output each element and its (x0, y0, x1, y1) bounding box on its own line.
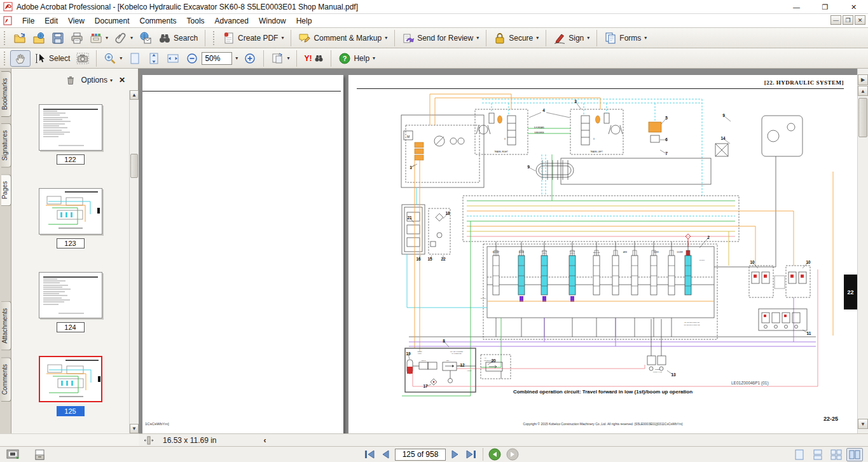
page-thumbnail-label-123[interactable]: 123 (57, 238, 85, 248)
scrollbar-thumb[interactable] (858, 98, 867, 137)
schematic-callout-2: 2 (707, 235, 710, 240)
single-page-button[interactable] (791, 448, 808, 461)
secure-button[interactable]: Secure▾ (490, 30, 542, 46)
page-number-field[interactable] (395, 449, 446, 461)
mdi-close-button[interactable]: ✕ (855, 15, 865, 25)
fit-height-button[interactable] (144, 50, 163, 67)
sidebar-tab-attachments[interactable]: Attachments (1, 301, 11, 351)
first-page-button[interactable] (363, 449, 376, 459)
menu-tools[interactable]: Tools (182, 15, 210, 27)
send-for-review-button[interactable]: Send for Review▾ (399, 30, 482, 46)
menu-document[interactable]: Document (90, 15, 135, 27)
next-view-button[interactable] (506, 448, 519, 461)
sidebar-tab-signatures[interactable]: Signatures (1, 123, 11, 168)
panel-scrollbar-thumb[interactable] (130, 154, 138, 178)
pane-expand-button[interactable]: ▶ (858, 74, 868, 85)
search-button[interactable]: Search (155, 30, 201, 46)
save-button[interactable] (48, 30, 67, 46)
continuous-page-button[interactable] (809, 448, 826, 461)
schematic-label: N REVERSE (535, 132, 544, 134)
pdf-page-icon (3, 16, 12, 25)
email-button[interactable] (136, 30, 155, 46)
facing-pages-button[interactable] (828, 448, 844, 461)
lock-icon (493, 32, 506, 44)
pane-splitter-icon[interactable] (144, 436, 154, 445)
comment-markup-button[interactable]: Comment & Markup▾ (295, 30, 390, 46)
facing-pages-icon (830, 449, 842, 460)
menu-view[interactable]: View (63, 15, 90, 27)
menu-edit[interactable]: Edit (39, 15, 63, 27)
page-thumbnail-123[interactable] (39, 188, 102, 234)
select-cursor-icon (34, 52, 46, 65)
previous-page-button[interactable] (381, 449, 390, 459)
next-page-button[interactable] (451, 449, 460, 459)
page-thumbnail-125[interactable] (39, 356, 102, 402)
collapse-left-icon[interactable]: ‹ (264, 436, 266, 445)
page-thumbnail-label-125[interactable]: 125 (57, 406, 85, 416)
options-menu-button[interactable]: Options▾ (81, 76, 113, 85)
zoom-tool-button[interactable]: ▾ (100, 50, 125, 67)
page-thumbnail-label-122[interactable]: 122 (57, 154, 85, 165)
zoom-in-button[interactable] (240, 50, 259, 67)
close-button[interactable]: ✕ (839, 0, 868, 14)
sign-button[interactable]: Sign▾ (550, 30, 593, 46)
hand-tool-button[interactable] (10, 50, 31, 67)
snapshot-button[interactable] (73, 50, 92, 67)
panel-scroll-down-button[interactable]: ▼ (130, 424, 139, 433)
continuous-facing-button[interactable] (846, 448, 863, 461)
document-scrollbar[interactable]: ▶ ▲ ▼ (857, 69, 868, 433)
mdi-minimize-button[interactable]: — (830, 15, 841, 25)
panel-scroll-up-button[interactable]: ▲ (130, 90, 139, 100)
page-drawer-icon[interactable] (34, 449, 45, 460)
pages-panel: Options▾ ✕ 122123124125 ▲ ▼ (11, 69, 139, 433)
panel-close-icon[interactable]: ✕ (119, 76, 125, 85)
fit-page-button[interactable] (125, 50, 144, 67)
scroll-up-button[interactable]: ▲ (858, 86, 868, 96)
zoom-dropdown-button[interactable]: ▾ (232, 52, 240, 65)
schematic-label: LEVER (417, 351, 422, 352)
menu-advanced[interactable]: Advanced (210, 15, 254, 27)
schematic-label: TRAVEL RIGHT FORWARD (684, 324, 700, 325)
maximize-button[interactable]: ❐ (811, 0, 839, 14)
schematic-callout-6: 6 (665, 137, 668, 142)
create-pdf-button[interactable]: Create PDF▾ (219, 30, 287, 46)
select-tool-button[interactable]: Select (31, 50, 73, 67)
sidebar-tab-comments[interactable]: Comments (1, 357, 11, 402)
minimize-button[interactable]: — (782, 0, 811, 14)
document-pane[interactable]: 1CsCsWbYm] [22. HYDRAULIC SYSTEM] (139, 69, 857, 433)
page-thumbnail-124[interactable] (39, 272, 102, 318)
open-button[interactable] (10, 30, 29, 46)
trash-icon[interactable] (66, 76, 75, 85)
menu-comments[interactable]: Comments (135, 15, 182, 27)
page-display-button[interactable]: ▾ (268, 50, 293, 67)
schematic-callout-9: 9 (722, 113, 725, 118)
help-button[interactable]: ?Help▾ (335, 50, 378, 67)
scroll-down-button[interactable]: ▼ (858, 419, 868, 429)
attach-button[interactable]: ▾ (111, 30, 136, 46)
sidebar-tab-bookmarks[interactable]: Bookmarks (1, 71, 11, 117)
toolbar-grip[interactable] (4, 51, 7, 65)
organizer-button[interactable]: ▾ (86, 30, 111, 46)
dropdown-caret: ▾ (587, 35, 589, 41)
open-web-button[interactable] (29, 30, 48, 46)
page-thumbnail-122[interactable] (39, 104, 102, 151)
menu-file[interactable]: File (17, 15, 39, 27)
fit-width-button[interactable] (163, 50, 183, 67)
yahoo-search-button[interactable]: Y! (301, 50, 327, 67)
mdi-restore-button[interactable]: ❐ (843, 15, 853, 25)
last-page-button[interactable] (465, 449, 478, 459)
toolbar-grip[interactable] (4, 31, 7, 45)
page-thumbnail-label-124[interactable]: 124 (57, 322, 85, 332)
toolbar-grip[interactable] (213, 31, 216, 45)
menu-help[interactable]: Help (291, 15, 317, 27)
forms-button[interactable]: Forms▾ (601, 30, 650, 46)
menu-window[interactable]: Window (254, 15, 291, 27)
zoom-out-button[interactable] (183, 50, 202, 67)
sidebar-tab-pages[interactable]: Pages (1, 174, 11, 206)
panel-scrollbar[interactable]: ▲ ▼ (129, 90, 139, 433)
zoom-level-field[interactable] (202, 52, 232, 65)
search-label: Search (174, 34, 198, 43)
previous-view-button[interactable] (488, 448, 501, 461)
fullscreen-monitor-icon[interactable] (6, 449, 20, 460)
print-button[interactable] (67, 30, 86, 46)
